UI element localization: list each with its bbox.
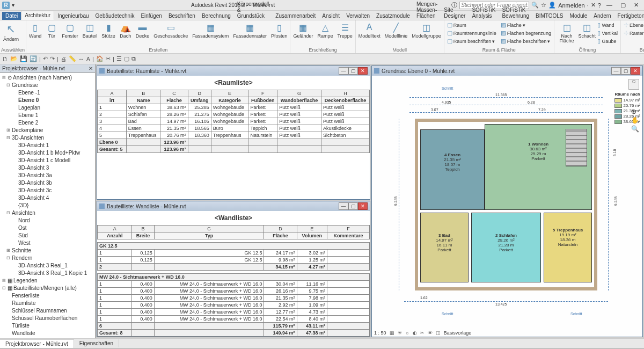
tree-node[interactable]: Ebene -1	[1, 89, 94, 97]
tree-node[interactable]: 3D-Ansicht 4	[1, 194, 94, 202]
ebene-button[interactable]: ⊹Ebene	[622, 21, 644, 29]
switch-window-icon[interactable]: ⧉	[131, 55, 136, 62]
close-hidden-icon[interactable]: ▢	[124, 55, 129, 62]
tab-gebäudetechnik[interactable]: Gebäudetechnik	[92, 12, 138, 20]
tree-node[interactable]: Ebene 2	[1, 119, 94, 127]
favorite-icon[interactable]: ☆	[541, 2, 546, 9]
raumbeschriften-button[interactable]: ▢Raum beschriften▾	[445, 37, 498, 45]
tuer-button[interactable]: ▢Tür	[44, 21, 59, 39]
tree-node[interactable]: Wandliste	[1, 330, 94, 337]
reveal-icon[interactable]: ◫	[436, 330, 441, 336]
undo-icon[interactable]: ↶	[43, 55, 48, 62]
close-button[interactable]: ✕	[631, 2, 642, 8]
room-wohnen[interactable]: 1 Wohnen38.63 m²25.29 mParkett	[485, 124, 592, 210]
sunpath-icon[interactable]: ☼	[405, 330, 409, 336]
tree-node[interactable]: Raumliste	[1, 300, 94, 307]
tree-node[interactable]: ⊞Deckenpläne	[1, 127, 94, 134]
win-close-icon[interactable]: ✕	[358, 67, 368, 75]
room-bad[interactable]: 3 Bad14.97 m²16.11 mParkett	[420, 213, 469, 282]
template-label[interactable]: Basisvorlage	[444, 330, 472, 336]
tab-file[interactable]: Datei	[2, 12, 21, 20]
user-icon[interactable]: 👤	[548, 2, 556, 9]
gelaender-button[interactable]: ▦Geländer	[291, 21, 314, 39]
text-icon[interactable]: A	[86, 56, 90, 62]
tree-node[interactable]: ⊟▦Bauteillisten/Mengen (alle)	[1, 285, 94, 292]
raster-button[interactable]: ⊹Raster	[622, 29, 644, 37]
tree-node[interactable]: Nord	[1, 217, 94, 224]
flbeschriften-button[interactable]: ▨Fläche beschriften▾	[499, 37, 553, 45]
tab-properties[interactable]: Eigenschaften	[74, 339, 119, 347]
tab-mengen-massen-flächen[interactable]: Mengen-Massen-Flächen	[413, 0, 441, 20]
raumliste-table[interactable]: ABCDEFGHirtNameFlächeUmfangKategorieFußb…	[97, 90, 370, 153]
tree-node[interactable]: {3D}	[1, 202, 94, 209]
flbegrenzung-button[interactable]: ▨Flächen begrenzung	[499, 29, 553, 37]
tree-node[interactable]: ⊟⊙Ansichten (nach Namen)	[1, 74, 94, 82]
thin-lines-icon[interactable]: ☰	[116, 55, 122, 62]
section-icon[interactable]: ✂	[106, 55, 111, 62]
help-icon[interactable]: ?	[598, 2, 601, 9]
tree-node[interactable]: ⊟3D-Ansichten	[1, 134, 94, 142]
tree-node[interactable]: Schüssel Raumoberflächen	[1, 315, 94, 322]
wandliste-table[interactable]: ABCDEFAnzahlBreiteTypFlächeVolumenKommen…	[97, 225, 370, 337]
minimize-button[interactable]: —	[603, 2, 616, 8]
visual-style-icon[interactable]: ☀	[398, 330, 402, 336]
gaube-button[interactable]: ▯Gaube	[596, 37, 619, 45]
tab-einfügen[interactable]: Einfügen	[137, 12, 165, 20]
detail-level-icon[interactable]: ▦	[390, 330, 394, 336]
tree-node[interactable]: West	[1, 239, 94, 247]
tab-sofistik bewehrung[interactable]: SOFiSTiK Bewehrung	[499, 6, 532, 20]
tree-node[interactable]: Schlüssel Raumnamen	[1, 307, 94, 315]
tree-node[interactable]: 3D-Ansicht 3c	[1, 187, 94, 194]
schacht-button[interactable]: ◫Schacht	[579, 21, 595, 39]
tree-node[interactable]: ⊟Rendern	[1, 255, 94, 262]
nav-pan-icon[interactable]: ✋	[631, 117, 639, 124]
rampe-button[interactable]: △Rampe	[316, 21, 334, 39]
tree-node[interactable]: Ost	[1, 224, 94, 232]
tree-node[interactable]: 3D-Ansicht 1	[1, 142, 94, 149]
viewcube-icon[interactable]: ⬡	[628, 79, 639, 90]
tree-node[interactable]: Ebene 1	[1, 112, 94, 119]
vertikal-button[interactable]: ▯Vertikal	[596, 29, 619, 37]
tab-körpermodell & grundstück[interactable]: Körpermodell & Grundstück	[234, 0, 272, 20]
win-close-icon[interactable]: ✕	[631, 67, 640, 75]
stuetze-button[interactable]: ▮Stütze	[100, 21, 117, 39]
tree-node[interactable]: 3D-Ansicht 1 c Modell	[1, 157, 94, 164]
tree-node[interactable]: Türliste	[1, 322, 94, 330]
dimension-icon[interactable]: ↔	[78, 56, 84, 62]
flaeche-button[interactable]: ▨Fläche▾	[499, 21, 553, 29]
geschossdecke-button[interactable]: ▭Geschossdecke	[152, 21, 189, 39]
decke-button[interactable]: ▬Decke	[134, 21, 151, 39]
tree-node[interactable]: Ebene 0	[1, 97, 94, 104]
tree-node[interactable]: 3D-Ansicht 3 Real_1	[1, 262, 94, 270]
tab-site designer[interactable]: Site Designer	[441, 6, 469, 20]
modelltext-button[interactable]: AModelltext	[357, 21, 382, 39]
wand-opening-button[interactable]: ▯Wand	[596, 21, 619, 29]
login-link[interactable]: Anmelden	[558, 2, 585, 9]
measure-icon[interactable]: 📏	[69, 55, 76, 62]
tab-project-browser[interactable]: Projektbrowser - Mühle.rvt	[0, 339, 74, 348]
sync-icon[interactable]: 🔄	[30, 55, 37, 62]
crop-icon[interactable]: ✂	[420, 330, 425, 336]
maximize-button[interactable]: ▢	[617, 2, 629, 8]
modelllinie-button[interactable]: ╱Modelllinie	[383, 21, 409, 39]
tree-node[interactable]: ⊟▤Pläne (Alle)	[1, 337, 94, 338]
modellgruppe-button[interactable]: ◫Modellgruppe	[410, 21, 443, 39]
tree-node[interactable]: ⊟Grundrisse	[1, 82, 94, 89]
hide-icon[interactable]: 👁	[428, 330, 433, 336]
win-max-icon[interactable]: ▢	[348, 67, 358, 75]
tree-node[interactable]: Lageplan	[1, 104, 94, 112]
fenster-button[interactable]: ▢Fenster	[60, 21, 80, 39]
print-icon[interactable]: 🖨	[61, 56, 67, 62]
nav-wheel-icon[interactable]: ⊕	[631, 108, 639, 115]
save-icon[interactable]: 💾	[20, 55, 27, 62]
tab-ingenieurbau[interactable]: Ingenieurbau	[54, 12, 92, 20]
tree-node[interactable]: ⊟Ansichten	[1, 209, 94, 217]
raum-button[interactable]: ▢Raum	[445, 21, 498, 29]
shadow-icon[interactable]: ◐	[413, 330, 417, 336]
tab-verwalten[interactable]: Verwalten	[343, 12, 373, 20]
tab-beschriften[interactable]: Beschriften	[165, 12, 199, 20]
exchange-icon[interactable]: ✕	[591, 2, 596, 9]
pfosten-button[interactable]: ▯Pfosten	[269, 21, 289, 39]
tab-zusatzmodule[interactable]: Zusatzmodule	[373, 12, 413, 20]
tab-fertigbeton[interactable]: Fertigbeton	[614, 12, 644, 20]
